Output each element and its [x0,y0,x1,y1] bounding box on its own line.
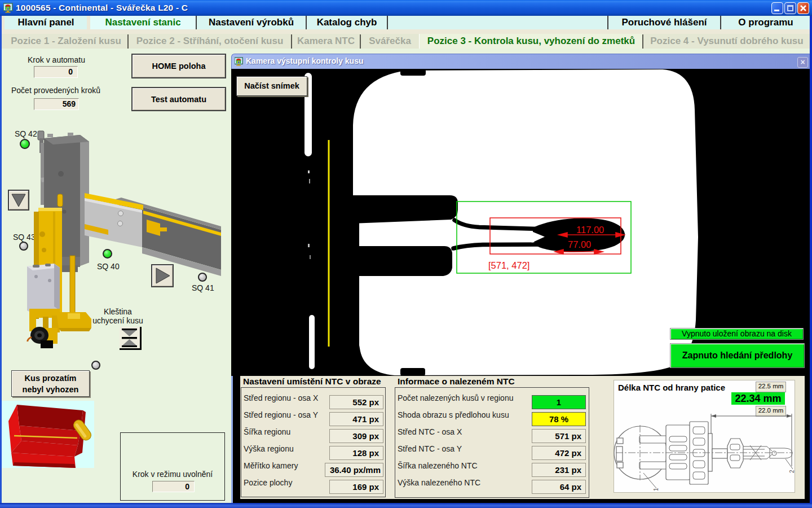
svg-text:117.00: 117.00 [576,225,604,235]
svg-text:2: 2 [789,470,795,473]
svg-text:[571, 472]: [571, 472] [488,260,529,270]
svg-text:77.00: 77.00 [568,239,591,249]
svg-text:1: 1 [653,488,659,491]
